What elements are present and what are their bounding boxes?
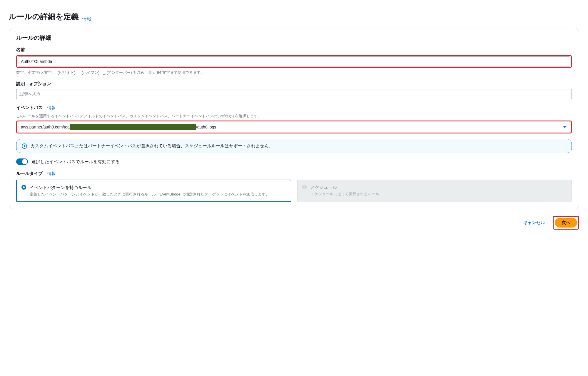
rule-type-label: ルールタイプ (16, 171, 43, 176)
page-title: ルールの詳細を定義 (9, 12, 79, 22)
event-bus-field: イベントバス|情報 このルールを適用するイベントバス (デフォルトのイベントバス… (16, 104, 572, 133)
info-alert: i カスタムイベントバスまたはパートナーイベントバスが選択されている場合、スケジ… (16, 139, 572, 153)
schedule-option-desc: スケジュールに従って実行されるルール (310, 191, 379, 197)
event-bus-info-link[interactable]: 情報 (47, 105, 56, 110)
description-field: 説明 - オプション (16, 81, 572, 99)
rule-type-schedule-option: スケジュール スケジュールに従って実行されるルール (297, 180, 572, 202)
rule-type-pattern-option[interactable]: イベントパターンを持つルール 定義したイベントパターンとイベントが一致したときに… (16, 180, 291, 202)
footer-actions: キャンセル 次へ (9, 216, 579, 230)
info-icon: i (22, 143, 27, 149)
alert-text: カスタムイベントバスまたはパートナーイベントバスが選択されている場合、スケジュー… (31, 143, 273, 149)
name-help: 数字、小文字/大文字、. (ピリオド)、- (ハイフン)、_ (アンダーバー) … (16, 70, 572, 76)
rule-detail-panel: ルールの詳細 名前 数字、小文字/大文字、. (ピリオド)、- (ハイフン)、_… (9, 28, 579, 209)
event-bus-value-prefix: aws.partner/auth0.com/tea (21, 125, 70, 129)
radio-disabled-icon (302, 185, 307, 189)
schedule-option-title: スケジュール (310, 184, 379, 191)
cancel-button[interactable]: キャンセル (521, 218, 547, 227)
event-bus-desc: このルールを適用するイベントバス (デフォルトのイベントバス、カスタムイベントバ… (16, 113, 572, 119)
description-optional: - オプション (25, 81, 51, 86)
pattern-option-desc: 定義したイベントパターンとイベントが一致したときに実行されるルール。EventB… (30, 191, 269, 197)
rule-type-info-link[interactable]: 情報 (47, 171, 56, 176)
name-field: 名前 数字、小文字/大文字、. (ピリオド)、- (ハイフン)、_ (アンダーバ… (16, 46, 572, 76)
name-label: 名前 (16, 46, 572, 53)
event-bus-select[interactable]: aws.partner/auth0.com/tea/auth0.logs (18, 122, 570, 132)
pattern-option-title: イベントパターンを持つルール (30, 184, 269, 191)
event-bus-label: イベントバス (16, 105, 43, 110)
radio-selected-icon (21, 185, 26, 190)
description-input[interactable] (16, 89, 572, 99)
enable-rule-toggle[interactable] (16, 158, 28, 165)
name-input[interactable] (18, 56, 570, 66)
info-link[interactable]: 情報 (82, 16, 91, 22)
next-button[interactable]: 次へ (555, 218, 577, 228)
enable-rule-label: 選択したイベントバスでルールを有効にする (31, 159, 120, 165)
panel-title: ルールの詳細 (16, 34, 572, 42)
description-label: 説明 (16, 81, 25, 86)
redacted-mask (70, 124, 196, 130)
rule-type-options: イベントパターンを持つルール 定義したイベントパターンとイベントが一致したときに… (16, 180, 572, 202)
event-bus-value-suffix: /auth0.logs (196, 125, 216, 129)
chevron-down-icon (563, 126, 567, 128)
